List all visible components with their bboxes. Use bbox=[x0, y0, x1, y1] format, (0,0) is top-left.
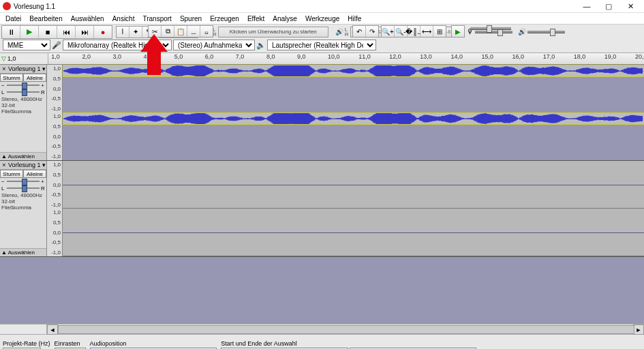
track-name[interactable]: Vorlesung 1 bbox=[8, 162, 42, 168]
app-icon bbox=[3, 2, 11, 10]
track-close-button[interactable]: × bbox=[1, 65, 7, 72]
speaker-icon: 🔊 bbox=[335, 28, 343, 35]
selection-bar: Projekt-Rate (Hz) 48000 Einrasten Aus Au… bbox=[0, 334, 644, 349]
menu-bearbeiten[interactable]: Bearbeiten bbox=[25, 14, 66, 23]
zoom-toggle-button[interactable]: ⊞ bbox=[433, 26, 446, 37]
track-menu-button[interactable]: ▾ bbox=[42, 65, 46, 72]
menu-ansicht[interactable]: Ansicht bbox=[108, 14, 139, 23]
ruler-tick: 20,0 bbox=[635, 53, 644, 60]
skip-start-button[interactable]: ⏮ bbox=[57, 26, 76, 38]
track-close-button[interactable]: × bbox=[1, 162, 7, 168]
audio-host-select[interactable]: MME bbox=[3, 40, 50, 50]
menu-erzeugen[interactable]: Erzeugen bbox=[206, 14, 243, 23]
menubar: Datei Bearbeiten Auswählen Ansicht Trans… bbox=[0, 13, 644, 25]
track-name[interactable]: Vorlesung 1 bbox=[8, 65, 42, 72]
selection-tool[interactable]: I bbox=[117, 27, 129, 37]
fit-selection-button[interactable]: �║⎵ bbox=[408, 26, 420, 37]
zoom-in-button[interactable]: 🔍+ bbox=[382, 26, 395, 37]
menu-spuren[interactable]: Spuren bbox=[176, 14, 206, 23]
record-meter-text: Klicken um Überwachung zu starten bbox=[219, 27, 328, 37]
output-device-select[interactable]: Lautsprecher (Realtek High Defi bbox=[267, 40, 376, 50]
track-menu-button[interactable]: ▾ bbox=[42, 162, 46, 168]
ruler-tick: 1,0 bbox=[51, 53, 60, 60]
transport-group: ⏸ ▶ ■ ⏮ ⏭ ● bbox=[1, 25, 112, 39]
fit-project-button[interactable]: ⟷ bbox=[420, 26, 433, 37]
ruler-tick: 14,0 bbox=[450, 53, 463, 60]
ruler-tick: 19,0 bbox=[604, 53, 617, 60]
undo-group: ↶ ↷ bbox=[352, 25, 379, 37]
ruler-tick: 7,0 bbox=[236, 53, 245, 60]
amplitude-scale: 1,00,50,0-0,5-1,0 bbox=[47, 65, 63, 112]
tracks-area: ×Vorlesung 1▾ StummAlleine −+ LR Stereo,… bbox=[0, 65, 644, 324]
solo-button[interactable]: Alleine bbox=[23, 170, 46, 178]
cut-button[interactable]: ✂ bbox=[149, 26, 162, 37]
scroll-right-button[interactable]: ► bbox=[633, 324, 644, 335]
ruler-tick: 12,0 bbox=[389, 53, 401, 60]
redo-button[interactable]: ↷ bbox=[366, 26, 378, 37]
record-button[interactable]: ● bbox=[94, 26, 112, 38]
menu-transport[interactable]: Transport bbox=[138, 14, 175, 23]
ruler-tick: 9,0 bbox=[297, 53, 306, 60]
amplitude-scale: 1,00,50,0-0,5-1,0 bbox=[47, 112, 63, 160]
maximize-button[interactable]: ▢ bbox=[598, 1, 619, 12]
ruler-start: 1,0 bbox=[7, 55, 16, 62]
play-button[interactable]: ▶ bbox=[20, 26, 39, 38]
play-volume-slider[interactable]: 🔊 bbox=[518, 28, 565, 35]
input-channels-select[interactable]: (Stereo) Aufnahmekanäl bbox=[173, 40, 255, 50]
menu-datei[interactable]: Datei bbox=[1, 14, 25, 23]
waveform[interactable] bbox=[63, 209, 644, 256]
playback-speed-slider[interactable] bbox=[470, 27, 511, 30]
audio-position-label: Audioposition bbox=[90, 340, 217, 347]
undo-button[interactable]: ↶ bbox=[353, 26, 366, 37]
ruler-tick: 15,0 bbox=[481, 53, 493, 60]
waveform[interactable] bbox=[63, 112, 644, 125]
track-info: Stereo, 48000Hz32-bit Fließkomma bbox=[0, 95, 46, 115]
track: ×Vorlesung 1▾ StummAlleine −+ LR Stereo,… bbox=[0, 65, 644, 161]
menu-hilfe[interactable]: Hilfe bbox=[343, 14, 365, 23]
ruler-tick: 11,0 bbox=[358, 53, 371, 60]
track-control-panel: ×Vorlesung 1▾ StummAlleine −+ LR Stereo,… bbox=[0, 65, 47, 160]
silence-button[interactable]: ⏛ bbox=[200, 26, 213, 37]
menu-effekt[interactable]: Effekt bbox=[243, 14, 269, 23]
stop-button[interactable]: ■ bbox=[39, 26, 57, 38]
copy-button[interactable]: ⧉ bbox=[162, 26, 174, 37]
paste-button[interactable]: 📋 bbox=[174, 26, 187, 37]
menu-analyse[interactable]: Analyse bbox=[269, 14, 301, 23]
meter-lr-label: LR bbox=[345, 27, 349, 37]
speaker-icon: 🔈 bbox=[256, 41, 266, 50]
playatspeed-group: ▶ bbox=[451, 25, 465, 37]
amplitude-scale: 1,00,50,0-0,5-1,0 bbox=[47, 161, 63, 209]
timeline-ruler[interactable]: ▽1,0 1,02,03,04,05,06,07,08,09,010,011,0… bbox=[0, 53, 644, 65]
waveform[interactable] bbox=[63, 65, 644, 77]
trim-button[interactable]: ⎵ bbox=[187, 26, 200, 37]
minimize-button[interactable]: — bbox=[576, 1, 598, 12]
ruler-tick: 5,0 bbox=[174, 53, 183, 60]
ruler-tick: 6,0 bbox=[205, 53, 214, 60]
mute-button[interactable]: Stumm bbox=[0, 74, 23, 82]
zoom-group: 🔍+ 🔍- �║⎵ ⟷ ⊞ bbox=[381, 25, 446, 37]
toolbar: ⏸ ▶ ■ ⏮ ⏭ ● I ✦ ✎ 🔍 ↔ ✳ 🎙 LR Klicken um … bbox=[0, 25, 644, 53]
play-at-speed-button[interactable]: ▶ bbox=[452, 26, 464, 37]
selection-range-label: Start und Ende der Auswahl bbox=[221, 340, 476, 347]
project-rate-label: Projekt-Rate (Hz) bbox=[3, 340, 50, 347]
track-select-button[interactable]: ▲ Auswählen bbox=[0, 152, 46, 160]
envelope-tool[interactable]: ✦ bbox=[129, 27, 142, 37]
input-device-select[interactable]: Mikrofonarray (Realtek High Def bbox=[63, 40, 172, 50]
solo-button[interactable]: Alleine bbox=[23, 74, 46, 82]
scroll-left-button[interactable]: ◄ bbox=[47, 324, 58, 335]
edit-group: ✂ ⧉ 📋 ⎵ ⏛ bbox=[148, 25, 213, 37]
menu-auswaehlen[interactable]: Auswählen bbox=[67, 14, 108, 23]
snap-label: Einrasten bbox=[55, 340, 86, 347]
ruler-tick: 18,0 bbox=[574, 53, 586, 60]
skip-end-button[interactable]: ⏭ bbox=[76, 26, 94, 38]
mute-button[interactable]: Stumm bbox=[0, 170, 23, 178]
track-control-panel: ×Vorlesung 1▾ StummAlleine −+ LR Stereo,… bbox=[0, 161, 47, 256]
waveform[interactable] bbox=[63, 161, 644, 209]
menu-werkzeuge[interactable]: Werkzeuge bbox=[301, 14, 343, 23]
track-select-button[interactable]: ▲ Auswählen bbox=[0, 248, 46, 256]
pause-button[interactable]: ⏸ bbox=[2, 26, 20, 38]
window-title: Vorlesung 1.1 bbox=[14, 3, 576, 10]
horizontal-scrollbar[interactable]: ◄ ► bbox=[0, 324, 644, 334]
close-button[interactable]: ✕ bbox=[619, 1, 641, 12]
record-meter[interactable]: 🎙 LR Klicken um Überwachung zu starten bbox=[204, 27, 328, 37]
